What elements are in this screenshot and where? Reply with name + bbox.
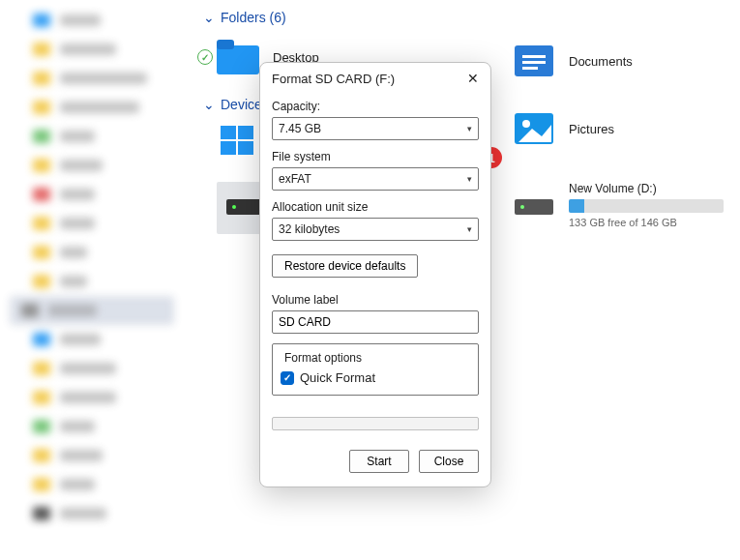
sidebar-item[interactable] <box>10 325 174 354</box>
sidebar-item[interactable] <box>10 412 174 441</box>
sidebar-label <box>60 15 101 26</box>
sidebar-item[interactable] <box>10 470 174 499</box>
sidebar-icon <box>33 420 50 433</box>
capacity-value: 7.45 GB <box>279 122 321 135</box>
chevron-down-icon: ▾ <box>467 224 472 234</box>
quick-format-row[interactable]: ✓ Quick Format <box>281 370 470 385</box>
chevron-down-icon: ▾ <box>467 124 472 133</box>
restore-defaults-button[interactable]: Restore device defaults <box>272 254 418 278</box>
sidebar-label <box>48 305 97 316</box>
sidebar-item[interactable] <box>10 441 174 470</box>
sidebar-item[interactable] <box>10 93 174 122</box>
drive-free-text: 133 GB free of 146 GB <box>569 217 724 228</box>
sidebar-item[interactable] <box>10 499 174 528</box>
sidebar-label <box>60 508 106 519</box>
sidebar-label <box>60 73 147 84</box>
sidebar-label <box>60 334 101 345</box>
chevron-down-icon: ⌄ <box>203 97 215 112</box>
sidebar-item[interactable] <box>10 35 174 64</box>
drive-usage-bar <box>569 199 724 213</box>
sidebar-icon <box>33 130 50 143</box>
sidebar-item[interactable] <box>10 122 174 151</box>
drive-label: New Volume (D:) <box>569 182 724 195</box>
format-dialog: Format SD CARD (F:) ✕ Capacity: 7.45 GB … <box>259 62 491 487</box>
sidebar-label <box>60 450 103 461</box>
volume-label-label: Volume label <box>272 293 479 307</box>
folders-header[interactable]: ⌄ Folders (6) <box>203 10 736 25</box>
svg-point-7 <box>232 205 236 209</box>
explorer-sidebar <box>0 0 184 560</box>
sidebar-item[interactable] <box>10 151 174 180</box>
svg-rect-0 <box>217 45 259 74</box>
sidebar-label <box>60 131 95 142</box>
sync-check-icon: ✓ <box>197 49 213 65</box>
svg-rect-1 <box>217 40 234 49</box>
sidebar-icon <box>33 217 50 230</box>
sidebar-label <box>60 479 95 490</box>
svg-rect-9 <box>522 55 546 58</box>
sidebar-item[interactable] <box>10 64 174 93</box>
sidebar-icon <box>33 507 50 520</box>
svg-rect-4 <box>221 141 236 155</box>
sidebar-label <box>60 421 95 432</box>
pictures-icon <box>513 111 555 146</box>
sidebar-item[interactable] <box>10 238 174 267</box>
documents-icon <box>513 44 555 78</box>
folder-icon <box>217 40 259 74</box>
sidebar-label <box>60 102 139 113</box>
sidebar-icon <box>33 362 50 375</box>
svg-rect-2 <box>221 126 236 139</box>
sidebar-label <box>60 189 95 200</box>
filesystem-select[interactable]: exFAT ▾ <box>272 167 479 191</box>
sidebar-icon <box>33 72 50 85</box>
right-column: Documents Pictures New Volume (D:) 133 G… <box>513 39 735 228</box>
allocation-label: Allocation unit size <box>272 200 479 214</box>
windows-drive-icon <box>217 122 259 159</box>
drive-new-volume[interactable]: New Volume (D:) 133 GB free of 146 GB <box>513 182 740 228</box>
folder-label: Documents <box>569 54 633 69</box>
folders-header-label: Folders (6) <box>221 10 286 25</box>
folder-documents[interactable]: Documents <box>513 39 735 83</box>
svg-point-13 <box>522 120 530 128</box>
svg-rect-5 <box>238 141 253 155</box>
format-options-group: Format options ✓ Quick Format <box>272 343 479 396</box>
sidebar-item[interactable] <box>10 383 174 412</box>
sidebar-label <box>60 247 87 258</box>
sidebar-label <box>60 160 103 171</box>
allocation-select[interactable]: 32 kilobytes ▾ <box>272 218 479 241</box>
sidebar-icon <box>33 391 50 404</box>
filesystem-value: exFAT <box>279 172 311 186</box>
volume-label-input[interactable] <box>272 310 479 334</box>
close-button[interactable]: Close <box>419 450 479 473</box>
sidebar-icon <box>33 246 50 259</box>
filesystem-label: File system <box>272 150 479 163</box>
svg-rect-11 <box>522 67 538 70</box>
sidebar-icon <box>21 304 39 317</box>
close-icon[interactable]: ✕ <box>467 71 479 86</box>
sidebar-label <box>60 44 116 55</box>
sidebar-item[interactable] <box>10 180 174 209</box>
hard-drive-icon <box>513 186 555 222</box>
capacity-label: Capacity: <box>272 100 479 113</box>
sidebar-icon <box>33 478 50 491</box>
format-progress-bar <box>272 417 479 430</box>
sidebar-item[interactable] <box>10 354 174 383</box>
capacity-select[interactable]: 7.45 GB ▾ <box>272 117 479 140</box>
svg-point-16 <box>520 205 524 209</box>
folder-pictures[interactable]: Pictures <box>513 106 735 151</box>
start-button[interactable]: Start <box>349 450 409 473</box>
svg-rect-3 <box>238 126 253 139</box>
quick-format-label: Quick Format <box>300 370 375 385</box>
sidebar-item[interactable] <box>10 6 174 35</box>
quick-format-checkbox[interactable]: ✓ <box>281 371 294 385</box>
sidebar-item[interactable] <box>10 296 174 325</box>
chevron-down-icon: ⌄ <box>203 10 215 25</box>
chevron-down-icon: ▾ <box>467 174 472 184</box>
sidebar-label <box>60 363 116 374</box>
sidebar-item[interactable] <box>10 209 174 238</box>
sidebar-icon <box>33 101 50 114</box>
sidebar-label <box>60 392 116 403</box>
dialog-title: Format SD CARD (F:) <box>272 72 395 86</box>
sidebar-label <box>60 276 87 287</box>
sidebar-item[interactable] <box>10 267 174 296</box>
